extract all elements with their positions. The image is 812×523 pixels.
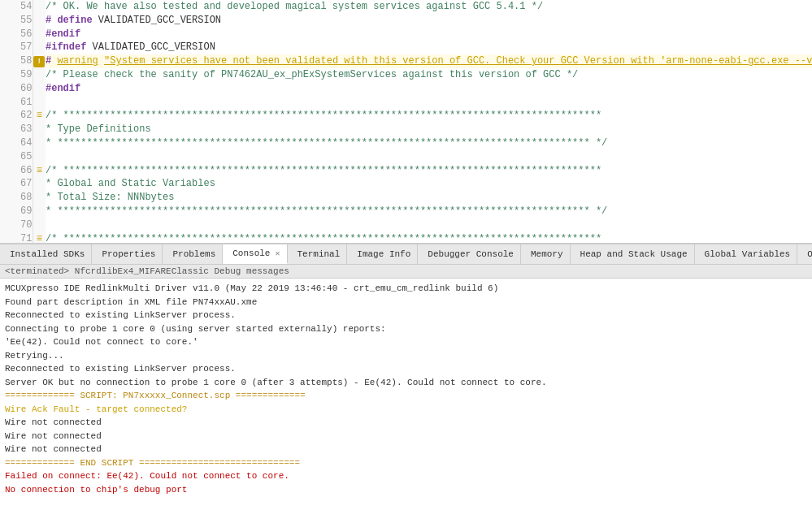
console-line: ============= SCRIPT: PN7xxxxx_Connect.s… <box>5 389 807 403</box>
line-code: # define VALIDATED_GCC_VERSION <box>46 14 812 28</box>
console-line: 'Ee(42). Could not connect to core.' <box>5 335 807 349</box>
image-info-label: Image Info <box>357 249 410 259</box>
line-number: 67 <box>0 177 33 191</box>
line-number: 58 <box>0 54 33 68</box>
line-code: * Global and Static Variables <box>46 177 812 191</box>
tab-heap-stack[interactable]: Heap and Stack Usage <box>571 244 695 264</box>
line-number: 64 <box>0 136 33 150</box>
console-line: Wire not connected <box>5 416 807 430</box>
line-number: 69 <box>0 205 33 218</box>
installed-sdks-label: Installed SDKs <box>10 249 85 259</box>
line-number: 66 <box>0 164 33 178</box>
global-variables-label: Global Variables <box>705 249 791 259</box>
horizontal-scrollbar[interactable] <box>0 243 812 244</box>
line-code: * Type Definitions <box>46 123 812 136</box>
console-line: Connecting to probe 1 core 0 (using serv… <box>5 322 807 336</box>
code-table: 54/* OK. We have also tested and develop… <box>0 0 812 243</box>
properties-label: Properties <box>102 249 155 259</box>
tab-installed-sdks[interactable]: Installed SDKs <box>0 244 92 264</box>
line-number: 63 <box>0 123 33 136</box>
line-marker <box>33 68 46 82</box>
heap-stack-label: Heap and Stack Usage <box>580 249 688 259</box>
line-marker <box>33 123 46 136</box>
line-code: * Total Size: NNNbytes <box>46 191 812 205</box>
line-code: /* *************************************… <box>46 109 812 123</box>
line-number: 71 <box>0 232 33 243</box>
tab-terminal[interactable]: Terminal <box>288 244 348 264</box>
line-number: 57 <box>0 41 33 54</box>
tab-outline[interactable]: Outline <box>797 244 812 264</box>
debugger-console-label: Debugger Console <box>428 249 514 259</box>
code-scroll[interactable]: 54/* OK. We have also tested and develop… <box>0 0 812 243</box>
console-output[interactable]: MCUXpresso IDE RedlinkMulti Driver v11.0… <box>0 279 812 523</box>
line-code: #endif <box>46 28 812 41</box>
line-code: /* *************************************… <box>46 164 812 178</box>
line-marker <box>33 41 46 54</box>
tab-debugger-console[interactable]: Debugger Console <box>418 244 521 264</box>
line-number: 68 <box>0 191 33 205</box>
line-number: 56 <box>0 28 33 41</box>
line-code: * **************************************… <box>46 205 812 218</box>
line-code: /* Please check the sanity of PN7462AU_e… <box>46 68 812 82</box>
line-marker: ≡ <box>33 232 46 243</box>
problems-label: Problems <box>172 249 215 259</box>
outline-label: Outline <box>807 249 812 259</box>
code-editor: 54/* OK. We have also tested and develop… <box>0 0 812 244</box>
line-code: /* *************************************… <box>46 232 812 243</box>
line-marker <box>33 177 46 191</box>
line-marker: ≡ <box>33 109 46 123</box>
line-code: #ifndef VALIDATED_GCC_VERSION <box>46 41 812 54</box>
console-line: Server OK but no connection to probe 1 c… <box>5 376 807 390</box>
line-marker: ! <box>33 54 46 68</box>
tab-problems[interactable]: Problems <box>163 244 223 264</box>
line-code: #endif <box>46 82 812 96</box>
line-number: 61 <box>0 96 33 110</box>
line-code: # warning "System services have not been… <box>46 54 812 68</box>
terminal-label: Terminal <box>297 249 341 259</box>
line-marker <box>33 0 46 14</box>
console-label: Console <box>232 249 270 258</box>
console-line: Wire Ack Fault - target connected? <box>5 403 807 417</box>
line-marker <box>33 191 46 205</box>
line-marker <box>33 136 46 150</box>
console-line: MCUXpresso IDE RedlinkMulti Driver v11.0… <box>5 282 807 296</box>
line-marker <box>33 82 46 96</box>
console-line: Failed on connect: Ee(42). Could not con… <box>5 469 807 483</box>
line-code <box>46 218 812 232</box>
console-terminated-label: <terminated> NfcrdlibEx4_MIFAREClassic D… <box>0 265 812 279</box>
console-line: Reconnected to existing LinkServer proce… <box>5 362 807 376</box>
tab-memory[interactable]: Memory <box>521 244 571 264</box>
line-number: 59 <box>0 68 33 82</box>
line-marker <box>33 205 46 218</box>
line-marker <box>33 96 46 110</box>
line-number: 65 <box>0 150 33 164</box>
console-line: Retrying... <box>5 349 807 363</box>
tabs-bar: Installed SDKsPropertiesProblemsConsole✕… <box>0 244 812 265</box>
line-marker: ≡ <box>33 164 46 178</box>
tab-global-variables[interactable]: Global Variables <box>695 244 798 264</box>
line-code <box>46 96 812 110</box>
line-number: 62 <box>0 109 33 123</box>
line-marker <box>33 14 46 28</box>
line-marker <box>33 218 46 232</box>
line-marker <box>33 150 46 164</box>
console-line: Wire not connected <box>5 430 807 443</box>
line-number: 55 <box>0 14 33 28</box>
tab-properties[interactable]: Properties <box>92 244 163 264</box>
console-line: No connection to chip's debug port <box>5 483 807 497</box>
line-number: 70 <box>0 218 33 232</box>
console-line: Found part description in XML file PN74x… <box>5 296 807 309</box>
tab-console[interactable]: Console✕ <box>223 244 287 264</box>
line-code: /* OK. We have also tested and developed… <box>46 0 812 14</box>
console-line: Reconnected to existing LinkServer proce… <box>5 309 807 322</box>
memory-label: Memory <box>531 249 563 259</box>
tab-image-info[interactable]: Image Info <box>347 244 418 264</box>
console-line: ============= END SCRIPT ===============… <box>5 456 807 470</box>
line-code <box>46 150 812 164</box>
line-number: 54 <box>0 0 33 14</box>
console-area: <terminated> NfcrdlibEx4_MIFAREClassic D… <box>0 265 812 523</box>
line-number: 60 <box>0 82 33 96</box>
console-close[interactable]: ✕ <box>275 249 280 258</box>
console-line: Wire not connected <box>5 443 807 456</box>
line-code: * **************************************… <box>46 136 812 150</box>
